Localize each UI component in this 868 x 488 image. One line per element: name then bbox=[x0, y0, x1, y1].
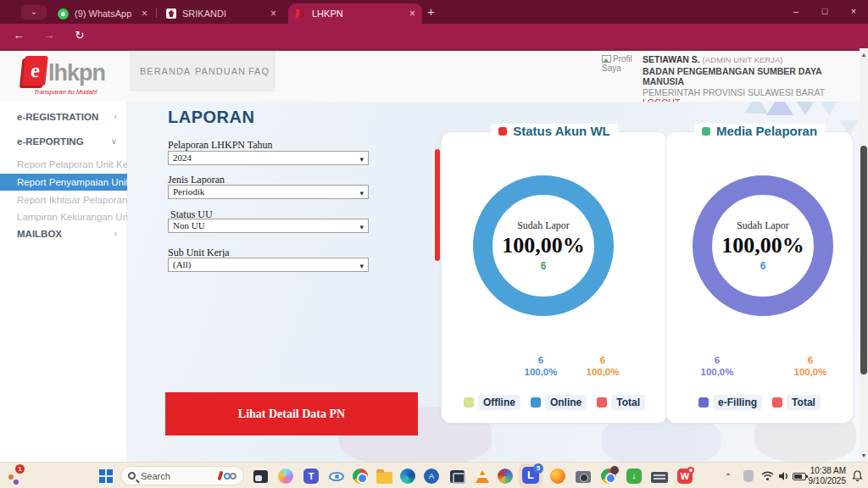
search-highlight-icon bbox=[219, 471, 236, 480]
tab-srikandi[interactable]: SRIKANDI × bbox=[159, 3, 283, 24]
scroll-down-icon[interactable]: ▼ bbox=[860, 451, 868, 460]
snipping-tool-icon[interactable] bbox=[447, 466, 467, 486]
wifi-icon[interactable] bbox=[760, 469, 775, 484]
minimize-button[interactable]: – bbox=[782, 0, 810, 24]
profile-photo-broken[interactable]: Profil Saya bbox=[602, 54, 641, 81]
dropdown-arrow-icon: ▾ bbox=[359, 260, 364, 273]
chrome-icon[interactable] bbox=[350, 466, 370, 486]
lihat-detail-button[interactable]: Lihat Detail Data PN bbox=[165, 392, 418, 435]
tab-title: LHKPN bbox=[312, 8, 343, 19]
donut-center-label: Sudah Lapor bbox=[737, 219, 789, 232]
volume-icon[interactable] bbox=[776, 469, 792, 484]
refresh-icon[interactable]: ↻ bbox=[71, 28, 88, 44]
sidebar-item-report-penyampaian-active[interactable]: Report Penyampaian Unit Kerja bbox=[0, 174, 127, 191]
donut-center-count: 6 bbox=[541, 260, 547, 272]
notification-bell-icon[interactable] bbox=[849, 469, 865, 484]
status-uu-select[interactable]: Non UU▾ bbox=[168, 219, 369, 233]
chrome-profile-icon[interactable] bbox=[598, 466, 619, 486]
user-org: PEMERINTAH PROVINSI SULAWESI BARAT bbox=[643, 87, 854, 98]
firefox-icon[interactable] bbox=[548, 466, 568, 486]
idm-icon[interactable]: ↓ bbox=[624, 466, 644, 486]
site-header: e lhkpn Transparan itu Mudah! BERANDA PA… bbox=[0, 51, 868, 102]
forward-icon[interactable]: → bbox=[41, 28, 58, 44]
donut-chart-status-akun: Sudah Lapor 100,00% 6 bbox=[473, 175, 614, 316]
sidebar-item-e-registration[interactable]: e-REGISTRATION‹ bbox=[17, 112, 117, 122]
dropdown-arrow-icon: ▾ bbox=[359, 153, 364, 166]
sidebar-item-e-reporting[interactable]: e-REPORTING∨ bbox=[17, 136, 117, 147]
tray-security-icon[interactable] bbox=[741, 469, 756, 484]
chevron-down-icon: ∨ bbox=[111, 136, 117, 147]
wps-office-icon[interactable]: W bbox=[675, 466, 695, 486]
eye-care-icon[interactable] bbox=[326, 466, 347, 486]
taskbar-overflow-icon[interactable]: 1 bbox=[7, 466, 27, 486]
camera-app-icon[interactable] bbox=[573, 466, 593, 486]
logo-e-mark: e bbox=[22, 56, 48, 86]
close-window-button[interactable]: × bbox=[839, 0, 868, 24]
tab-title: (9) WhatsApp bbox=[75, 8, 131, 19]
task-view-icon[interactable] bbox=[250, 466, 270, 486]
sub-unit-kerja-select[interactable]: (All)▾ bbox=[168, 258, 369, 272]
triangle-decor bbox=[793, 102, 817, 115]
page-scrollbar[interactable]: ▲ ▼ bbox=[860, 48, 868, 462]
sidebar-item-report-ikhtisar[interactable]: Report Ikhtisar Pelaporan bbox=[0, 191, 127, 208]
stat-total: 6100,0% bbox=[787, 354, 834, 378]
nav-faq[interactable]: FAQ bbox=[248, 66, 270, 76]
legend-item-efilling[interactable]: e-Filling bbox=[698, 395, 762, 410]
legend-item-total[interactable]: Total bbox=[772, 395, 821, 410]
start-button[interactable] bbox=[96, 466, 116, 486]
sidebar-item-lampiran-kekurangan[interactable]: Lampiran Kekurangan Unit Kerja bbox=[0, 208, 127, 225]
tab-lhkpn-active[interactable]: LHKPN × bbox=[288, 3, 422, 24]
legend-item-online[interactable]: Online bbox=[531, 395, 587, 410]
lhkpn-favicon bbox=[295, 8, 306, 19]
back-icon[interactable]: ← bbox=[10, 28, 27, 44]
maximize-button[interactable]: □ bbox=[810, 0, 839, 24]
dropdown-arrow-icon: ▾ bbox=[359, 187, 364, 200]
elhkpn-logo[interactable]: e lhkpn Transparan itu Mudah! bbox=[24, 56, 125, 96]
copilot-icon[interactable] bbox=[275, 466, 296, 486]
app-badge-dot bbox=[610, 466, 619, 474]
main-content: LAPORAN Pelaporan LHKPN Tahun 2024▾ Jeni… bbox=[127, 102, 860, 462]
triangle-decor bbox=[766, 102, 793, 115]
sidebar-item-report-pelaporan[interactable]: Report Pelaporan Unit Kerja bbox=[0, 156, 127, 173]
browser-toolbar: ← → ↻ elhkpn.kpk.go.id/index.php?dpg=d19… bbox=[0, 24, 868, 48]
paint3d-icon[interactable] bbox=[495, 466, 515, 486]
file-explorer-icon[interactable] bbox=[374, 466, 394, 486]
reader-app-icon[interactable]: A bbox=[421, 466, 442, 486]
tahun-select[interactable]: 2024▾ bbox=[168, 151, 369, 165]
tray-clock[interactable]: 10:38 AM 9/10/2025 bbox=[804, 466, 846, 485]
scroll-up-icon[interactable]: ▲ bbox=[860, 50, 868, 59]
tray-chevron-up-icon[interactable]: ⌃ bbox=[721, 469, 736, 484]
dropdown-arrow-icon: ▾ bbox=[359, 221, 364, 234]
donut-chart-media-pelaporan: Sudah Lapor 100,00% 6 bbox=[693, 175, 833, 316]
scrollbar-thumb[interactable] bbox=[860, 146, 867, 374]
nav-beranda[interactable]: BERANDA bbox=[140, 66, 191, 76]
tab-whatsapp[interactable]: (9) WhatsApp × bbox=[51, 3, 154, 24]
user-info-block: SETIAWAN S. (ADMIN UNIT KERJA) BADAN PEN… bbox=[643, 54, 854, 108]
teams-icon[interactable]: T bbox=[301, 466, 321, 486]
chart-legend: e-Filling Total bbox=[666, 395, 853, 410]
legend-item-offline[interactable]: Offline bbox=[464, 395, 520, 410]
edge-icon[interactable] bbox=[398, 466, 418, 486]
jenis-laporan-select[interactable]: Periodik▾ bbox=[168, 185, 369, 199]
tab-search-button[interactable]: ⌄ bbox=[21, 5, 47, 19]
app-badge-dot bbox=[687, 467, 694, 474]
page-title: LAPORAN bbox=[168, 108, 254, 127]
legend-chip-total bbox=[597, 397, 607, 408]
taskbar-search[interactable]: Search bbox=[120, 466, 244, 485]
legend-item-total[interactable]: Total bbox=[597, 395, 645, 410]
card-title-chip-green bbox=[702, 127, 710, 136]
field-label: Pelaporan LHKPN Tahun bbox=[168, 139, 273, 152]
nav-panduan[interactable]: PANDUAN bbox=[195, 66, 246, 76]
on-screen-keyboard-icon[interactable] bbox=[649, 466, 670, 486]
vlc-icon[interactable] bbox=[472, 466, 492, 486]
close-tab-icon[interactable]: × bbox=[270, 8, 276, 19]
new-tab-button[interactable]: + bbox=[427, 4, 435, 19]
lhkpn-app-icon[interactable]: L5 bbox=[522, 467, 539, 484]
tab-search-chevron-icon: ⌄ bbox=[31, 7, 37, 16]
donut-center-count: 6 bbox=[760, 260, 766, 272]
user-unit: BADAN PENGEMBANGAN SUMBER DAYA MANUSIA bbox=[643, 66, 854, 87]
close-tab-icon[interactable]: × bbox=[409, 8, 415, 19]
close-tab-icon[interactable]: × bbox=[142, 8, 147, 19]
chevron-left-icon: ‹ bbox=[114, 229, 117, 239]
sidebar-item-mailbox[interactable]: MAILBOX‹ bbox=[17, 229, 117, 239]
